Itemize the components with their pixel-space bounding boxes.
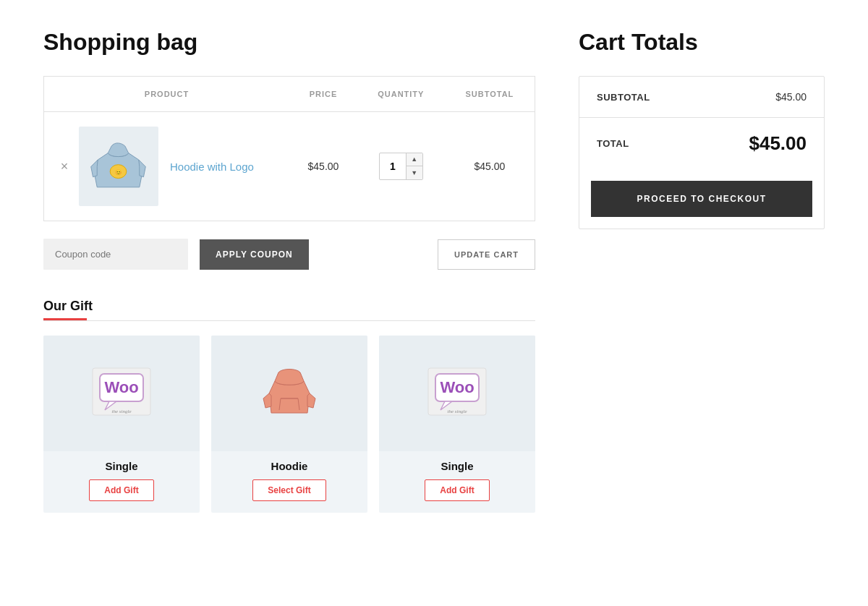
svg-text:Woo: Woo [440, 378, 474, 396]
gift-card-3: Woo the single Single Add Gift [379, 336, 535, 513]
cart-totals-box: SUBTOTAL $45.00 TOTAL $45.00 PROCEED TO … [579, 76, 825, 229]
gift-name-2: Hoodie [271, 460, 308, 472]
table-row: × [44, 112, 535, 221]
col-quantity: QUANTITY [357, 77, 445, 112]
gift-card-2: Hoodie Select Gift [211, 336, 367, 513]
svg-text:Woo: Woo [104, 378, 138, 396]
total-value: $45.00 [749, 132, 807, 155]
gift-image-3: Woo the single [379, 336, 535, 451]
gift-divider [43, 320, 535, 321]
gift-image-1: Woo the single [43, 336, 200, 451]
apply-coupon-button[interactable]: APPLY COUPON [200, 239, 309, 270]
col-product: PRODUCT [44, 77, 289, 112]
subtotal-value: $45.00 [775, 91, 807, 103]
svg-text:the single: the single [447, 409, 467, 414]
cart-actions: APPLY COUPON UPDATE CART [43, 239, 535, 270]
total-label: TOTAL [597, 138, 629, 149]
checkout-button[interactable]: PROCEED TO CHECKOUT [591, 181, 812, 217]
gift-add-button-3[interactable]: Add Gift [425, 479, 489, 501]
gift-add-button-1[interactable]: Add Gift [89, 479, 153, 501]
gift-name-1: Single [105, 460, 137, 472]
qty-up-button[interactable]: ▲ [407, 153, 422, 166]
svg-text:😊: 😊 [115, 168, 122, 175]
total-row: TOTAL $45.00 [579, 118, 824, 169]
qty-down-button[interactable]: ▼ [407, 166, 422, 179]
quantity-cell: ▲ ▼ [357, 112, 445, 221]
col-subtotal: SUBTOTAL [445, 77, 535, 112]
item-subtotal: $45.00 [445, 112, 535, 221]
quantity-wrapper: ▲ ▼ [379, 153, 423, 180]
gift-image-2 [211, 336, 367, 451]
svg-text:the single: the single [111, 409, 131, 414]
gift-select-button-2[interactable]: Select Gift [252, 479, 326, 501]
page-title: Shopping bag [43, 29, 535, 56]
subtotal-label: SUBTOTAL [597, 92, 650, 103]
remove-item-button[interactable]: × [61, 160, 69, 173]
cart-table: PRODUCT PRICE QUANTITY SUBTOTAL × [43, 76, 535, 221]
qty-arrows: ▲ ▼ [406, 153, 422, 179]
gift-card-1: Woo the single Single Add Gift [43, 336, 200, 513]
update-cart-button[interactable]: UPDATE CART [438, 239, 535, 270]
product-cell: 😊 Hoodie with Logo [79, 127, 278, 206]
our-gift-heading: Our Gift [43, 299, 535, 320]
subtotal-row: SUBTOTAL $45.00 [579, 77, 824, 118]
coupon-input[interactable] [43, 239, 188, 270]
col-price: PRICE [289, 77, 357, 112]
product-name-link[interactable]: Hoodie with Logo [170, 161, 254, 173]
product-thumbnail: 😊 [79, 127, 158, 206]
cart-totals-panel: Cart Totals SUBTOTAL $45.00 TOTAL $45.00… [579, 29, 825, 229]
our-gift-section: Our Gift Woo the single [43, 299, 535, 513]
gift-grid: Woo the single Single Add Gift [43, 336, 535, 513]
section-title: Our Gift [43, 299, 535, 314]
gift-name-3: Single [441, 460, 473, 472]
item-price: $45.00 [289, 112, 357, 221]
cart-totals-title: Cart Totals [579, 29, 825, 56]
quantity-input[interactable] [380, 156, 406, 176]
